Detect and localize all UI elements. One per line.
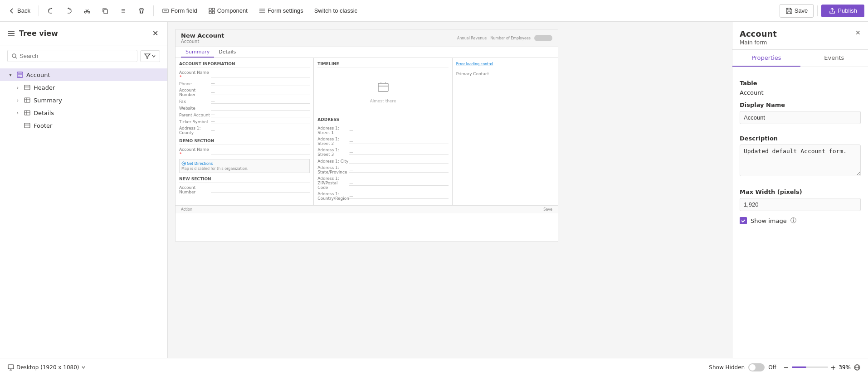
- svg-rect-11: [24, 123, 30, 128]
- preview-right-col: Error loading control Primary Contact: [453, 58, 558, 205]
- save-label: Save: [795, 7, 808, 14]
- right-panel-title: Account: [740, 29, 777, 39]
- sidebar-header: Tree view ✕: [0, 22, 167, 45]
- preview-form-title: New Account: [181, 32, 224, 39]
- preview-body: ACCOUNT INFORMATION Account Name * — Pho…: [176, 58, 558, 205]
- form-settings-button[interactable]: Form settings: [254, 5, 308, 17]
- svg-rect-2: [209, 8, 211, 10]
- cut-button[interactable]: [79, 5, 95, 17]
- rp-display-name-input[interactable]: [740, 111, 861, 124]
- right-panel-header: Account Main form ✕: [732, 22, 868, 50]
- zoom-minus-icon[interactable]: −: [784, 364, 789, 371]
- timeline-svg-icon: [376, 81, 390, 94]
- demo-section-title: Demo Section: [179, 139, 310, 145]
- right-panel: Account Main form ✕ Properties Events Ta…: [732, 22, 868, 358]
- field-phone: Phone —: [179, 80, 310, 87]
- rp-max-width-input[interactable]: [740, 198, 861, 211]
- form-tree-icon: [16, 71, 24, 78]
- field-address-zip: Address 1: ZIP/Postal Code —: [317, 175, 448, 191]
- right-panel-close-button[interactable]: ✕: [855, 29, 861, 36]
- back-button[interactable]: Back: [4, 5, 35, 17]
- num-employees-label: Number of Employees: [490, 36, 531, 40]
- copy-button[interactable]: [97, 5, 113, 17]
- search-input[interactable]: [20, 53, 133, 59]
- rp-tab-properties[interactable]: Properties: [732, 50, 800, 67]
- rp-tab-events[interactable]: Events: [800, 50, 868, 67]
- divider-3: [817, 5, 818, 16]
- desktop-label: Desktop (1920 x 1080): [16, 364, 79, 371]
- primary-contact-area: Primary Contact: [456, 72, 554, 76]
- field-address-county: Address 1: County —: [179, 125, 310, 136]
- toolbar: Back Form field Component Form settings …: [0, 0, 868, 22]
- sidebar-item-footer[interactable]: › Footer: [0, 119, 167, 132]
- preview-left-col: ACCOUNT INFORMATION Account Name * — Pho…: [176, 58, 314, 205]
- filter-button[interactable]: [140, 50, 160, 62]
- sidebar-item-header[interactable]: › Header: [0, 81, 167, 94]
- show-hidden-toggle[interactable]: [748, 363, 765, 371]
- timeline-icon: [376, 81, 390, 97]
- switch-classic-button[interactable]: Switch to classic: [310, 5, 362, 17]
- field-address-street3: Address 1: Street 3 —: [317, 147, 448, 158]
- sidebar-close-button[interactable]: ✕: [151, 27, 160, 39]
- error-loading-link[interactable]: Error loading control: [456, 62, 493, 66]
- chevron-down-icon-desktop: [81, 365, 86, 370]
- rp-description-textarea[interactable]: Updated default Account form.: [740, 145, 861, 176]
- sidebar: Tree view ✕ ▾ Account ›: [0, 22, 168, 358]
- delete-button[interactable]: [133, 5, 150, 17]
- component-button[interactable]: Component: [204, 5, 252, 17]
- almost-there-text: Almost there: [370, 99, 396, 103]
- preview-footer: Action Save: [176, 205, 558, 213]
- toggle-knob: [749, 364, 756, 371]
- rp-show-image-checkbox[interactable]: [740, 217, 747, 224]
- off-label: Off: [768, 364, 776, 371]
- map-disabled-text: Map is disabled for this organization.: [181, 167, 307, 171]
- sidebar-item-details-label: Details: [34, 110, 54, 116]
- get-directions-label: Get Directions: [187, 162, 213, 166]
- save-icon: [785, 7, 793, 14]
- field-account-number: Account Number —: [179, 87, 310, 98]
- rp-description-label: Description: [740, 135, 861, 142]
- preview-tab-summary[interactable]: Summary: [181, 47, 214, 58]
- redo-icon: [65, 7, 73, 14]
- more-expand-button[interactable]: [115, 5, 132, 17]
- svg-rect-14: [8, 365, 14, 369]
- main-area: Tree view ✕ ▾ Account ›: [0, 22, 868, 358]
- checkmark-icon: [741, 218, 746, 223]
- chevron-icon-details: ›: [15, 111, 21, 116]
- form-field-button[interactable]: Form field: [157, 5, 202, 17]
- rp-table-label: Table: [740, 80, 861, 87]
- chevron-icon-summary: ›: [15, 98, 21, 103]
- form-settings-label: Form settings: [268, 7, 303, 14]
- sidebar-item-details[interactable]: › Details: [0, 106, 167, 119]
- component-icon: [208, 7, 215, 14]
- svg-rect-8: [24, 85, 30, 90]
- address-section: ADDRESS Address 1: Street 1 — Address 1:…: [317, 117, 448, 202]
- redo-button[interactable]: [61, 5, 77, 17]
- desktop-select[interactable]: Desktop (1920 x 1080): [7, 364, 86, 371]
- preview-tab-details[interactable]: Details: [214, 47, 240, 58]
- zoom-plus-icon[interactable]: +: [831, 364, 836, 371]
- sidebar-item-account[interactable]: ▾ Account: [0, 68, 167, 81]
- preview-footer-save-label: Save: [543, 207, 552, 212]
- preview-center-col: Timeline Almost there ADDRESS Address 1:…: [314, 58, 452, 205]
- zoom-label: 39%: [839, 364, 851, 371]
- publish-button[interactable]: Publish: [821, 5, 864, 17]
- get-directions: Get Directions: [181, 161, 307, 166]
- field-address-city: Address 1: City —: [317, 158, 448, 164]
- demo-section: Demo Section Account Name * —: [179, 139, 310, 157]
- zoom-slider[interactable]: [792, 366, 828, 368]
- search-box: [7, 50, 137, 62]
- sidebar-item-summary-label: Summary: [34, 97, 62, 104]
- chevron-icon-header: ›: [15, 85, 21, 90]
- section-tree-icon: [24, 84, 31, 91]
- field-ticker-symbol: Ticker Symbol —: [179, 118, 310, 125]
- chevron-icon: ▾: [7, 72, 14, 77]
- right-panel-body: Table Account Display Name Description U…: [732, 67, 868, 358]
- svg-rect-0: [104, 10, 107, 14]
- sidebar-item-footer-label: Footer: [34, 122, 52, 129]
- svg-rect-13: [378, 83, 388, 92]
- sidebar-item-summary[interactable]: › Summary: [0, 94, 167, 106]
- right-panel-subtitle: Main form: [740, 39, 777, 46]
- undo-button[interactable]: [43, 5, 59, 17]
- save-button[interactable]: Save: [780, 4, 814, 18]
